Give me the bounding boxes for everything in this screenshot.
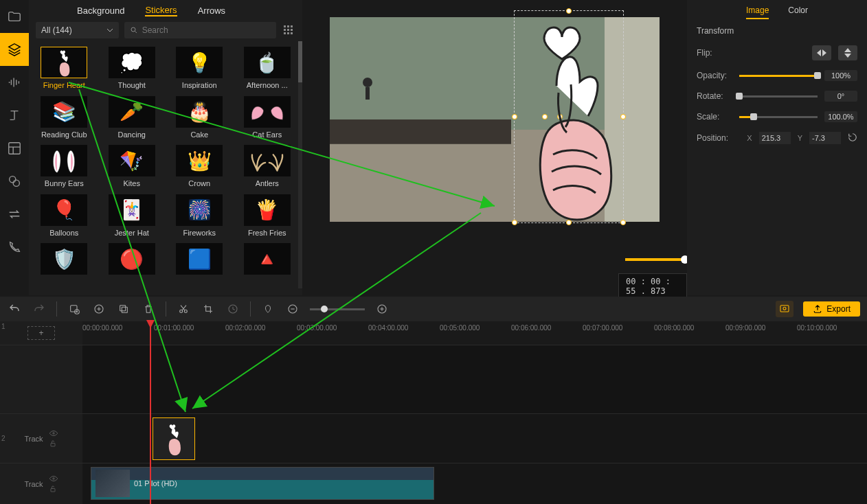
sticker-item-afternoon-[interactable]: 🍵Afternoon ... [235,47,300,93]
sticker-item-thought[interactable]: 💭Thought [100,47,165,93]
track-2-content[interactable] [82,414,867,463]
search-box[interactable] [124,22,276,38]
time-ruler[interactable]: 00:00:00.00000:01:00.00000:02:00.00000:0… [82,321,867,345]
tab-stickers[interactable]: Stickers [145,5,177,16]
redo-button[interactable] [32,301,47,317]
opacity-value[interactable]: 100% [824,70,857,81]
preview-canvas[interactable] [330,17,660,222]
sticker-item-balloons[interactable]: 🎈Balloons [32,194,97,241]
ruler-tick: 00:04:00.000 [368,324,408,332]
sticker-item-bunny-ears[interactable]: Bunny Ears [32,145,97,192]
clip-title: 01 Pilot (HD) [134,479,177,488]
finger-heart-sticker[interactable] [519,17,622,223]
opacity-label: Opacity: [697,71,732,80]
export-button[interactable]: Export [803,301,860,317]
props-tab-image[interactable]: Image [746,5,769,19]
track-1-header[interactable]: 1 Track [0,463,82,504]
sticker-clip[interactable] [153,417,195,460]
sticker-item-row5[interactable]: 🔺 [235,243,300,282]
video-clip[interactable]: 01 Pilot (HD) [91,467,434,500]
speed-button[interactable] [225,301,240,317]
rail-audio[interactable] [0,66,29,99]
sticker-item-row5[interactable]: 🔴 [100,243,165,282]
zoom-slider[interactable] [310,308,365,310]
rail-tools[interactable] [0,231,29,264]
add-button[interactable] [91,301,106,317]
sticker-item-kites[interactable]: 🪁Kites [100,145,165,192]
svg-rect-4 [284,25,286,27]
rotate-value[interactable]: 0° [824,91,857,102]
rail-layout[interactable] [0,132,29,165]
sticker-item-reading-club[interactable]: 📚Reading Club [32,96,97,143]
sticker-item-cake[interactable]: 🎂Cake [167,96,232,143]
sticker-thumb [41,47,87,78]
rail-layers[interactable] [0,33,29,66]
grid-view-toggle[interactable] [282,23,295,37]
sticker-item-antlers[interactable]: Antlers [235,145,300,192]
sticker-item-fireworks[interactable]: 🎆Fireworks [167,194,232,241]
category-dropdown[interactable]: All (144) [36,22,119,38]
zoom-in-button[interactable] [374,301,390,317]
ruler-tick: 00:03:00.000 [297,324,337,332]
delete-button[interactable] [141,301,156,317]
visibility-icon[interactable] [49,430,58,437]
sticker-item-finger-heart[interactable]: Finger Heart [32,47,97,93]
marker-button[interactable] [260,301,275,317]
track-2-row: 2 Track [0,413,867,463]
rotate-slider[interactable] [739,95,818,98]
flip-label: Flip: [697,48,732,58]
ruler-tick: 00:00:00.000 [82,324,122,332]
rail-text[interactable] [0,99,29,132]
timecode-display[interactable]: 00 : 00 : 55 . 873 [618,273,687,299]
playhead[interactable] [150,321,151,504]
sticker-item-row5[interactable]: 🟦 [167,243,232,282]
lock-icon[interactable] [49,485,57,493]
sticker-item-row5[interactable]: 🛡️ [32,243,97,282]
pos-y-input[interactable] [809,132,841,144]
sticker-thumb: 🔴 [109,243,155,275]
tab-background[interactable]: Background [77,5,124,16]
svg-rect-28 [122,307,127,312]
flip-vertical-button[interactable] [838,45,857,60]
track-1-content[interactable]: 01 Pilot (HD) [82,463,867,504]
folder-icon [7,9,22,24]
sticker-label: Fresh Fries [248,229,286,237]
visibility-icon[interactable] [49,475,58,482]
svg-rect-10 [284,32,286,34]
search-input[interactable] [142,25,271,35]
sticker-item-crown[interactable]: 👑Crown [167,145,232,192]
cut-button[interactable] [176,301,191,317]
scale-value[interactable]: 100.0% [824,111,857,122]
opacity-slider[interactable] [739,75,818,77]
zoom-out-button[interactable] [285,301,300,317]
rail-media[interactable] [0,0,29,33]
sticker-panel: Background Stickers Arrows All (144) Fin… [29,0,302,295]
copy-button[interactable] [116,301,131,317]
crop-button[interactable] [201,301,216,317]
add-marker-button[interactable] [67,301,82,317]
sticker-label: Bunny Ears [45,179,84,187]
circles-icon [7,174,22,189]
track-2-header[interactable]: 2 Track [0,414,82,463]
add-track-button[interactable]: + [27,326,55,340]
render-settings-button[interactable] [776,301,793,317]
sticker-item-dancing[interactable]: 🥕Dancing [100,96,165,143]
tab-arrows[interactable]: Arrows [198,5,225,16]
flip-horizontal-button[interactable] [812,45,831,60]
sticker-item-inspiration[interactable]: 💡Inspiration [167,47,232,93]
reset-position-button[interactable] [848,133,857,144]
rail-effects[interactable] [0,165,29,198]
svg-point-16 [363,78,372,87]
sticker-thumb: 🎈 [41,194,87,226]
sticker-item-jester-hat[interactable]: 🃏Jester Hat [100,194,165,241]
sticker-label: Afternoon ... [247,81,288,89]
scale-slider[interactable] [739,116,818,118]
props-tab-color[interactable]: Color [788,5,808,19]
undo-button[interactable] [7,301,22,317]
pos-x-input[interactable] [759,132,791,144]
lock-icon[interactable] [49,439,57,448]
sticker-thumb [244,145,291,176]
sticker-item-cat-ears[interactable]: Cat Ears [235,96,300,143]
sticker-item-fresh-fries[interactable]: 🍟Fresh Fries [235,194,300,241]
rail-transitions[interactable] [0,198,29,231]
